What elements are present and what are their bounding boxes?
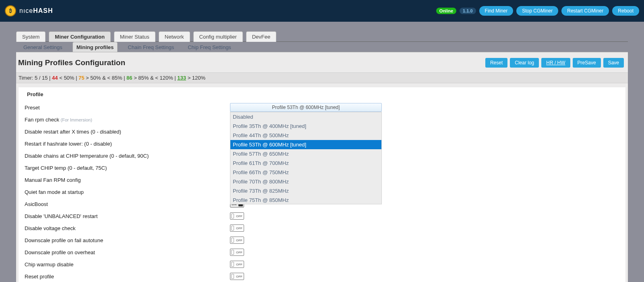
secondary-tabbar: General Settings Mining profiles Chain F… bbox=[0, 42, 644, 52]
preset-select[interactable]: Profile 53Th @ 600MHz [tuned] bbox=[230, 103, 382, 112]
logo-icon: ₿ bbox=[5, 5, 16, 16]
timer-val-4[interactable]: 133 bbox=[177, 75, 186, 81]
profile-legend: Profile bbox=[27, 91, 619, 97]
preset-dropdown-list[interactable]: Disabled Profile 35Th @ 400MHz [tuned] P… bbox=[230, 112, 382, 204]
timer-val-3: 86 bbox=[126, 75, 132, 81]
save-button[interactable]: Save bbox=[603, 58, 624, 68]
disable-unbalanced-label: Disable 'UNBALANCED' restart bbox=[25, 213, 230, 219]
action-button-row: Reset Clear log HR / HW PreSave Save bbox=[485, 58, 624, 68]
tab-miner-status[interactable]: Miner Status bbox=[114, 31, 155, 42]
preset-option-selected[interactable]: Profile 53Th @ 600MHz [tuned] bbox=[230, 140, 381, 149]
clear-log-button[interactable]: Clear log bbox=[510, 58, 539, 68]
topbar: ₿ nıceHASH Online 1.1.0 Find Miner Stop … bbox=[0, 0, 644, 22]
downscale-overheat-toggle[interactable]: OFF bbox=[230, 249, 244, 256]
fan-rpm-check-label: Fan rpm check (For Immersion) bbox=[25, 117, 230, 123]
subtab-general-settings[interactable]: General Settings bbox=[20, 42, 66, 52]
preset-option[interactable]: Profile 61Th @ 700MHz bbox=[230, 158, 381, 168]
timer-row: Timer: 5 / 15 | 44 < 50% | 75 > 50% & < … bbox=[16, 72, 628, 83]
reset-profile-label: Reset profile bbox=[25, 274, 230, 280]
quiet-fan-mode-label: Quiet fan mode at startup bbox=[25, 189, 230, 195]
preset-option[interactable]: Profile 35Th @ 400MHz [tuned] bbox=[230, 121, 381, 131]
downscale-autotune-toggle[interactable]: OFF bbox=[230, 237, 244, 244]
preset-option[interactable]: Profile 73Th @ 825MHz bbox=[230, 186, 381, 196]
presave-button[interactable]: PreSave bbox=[573, 58, 601, 68]
header-row: Mining Profiles Configuration Reset Clea… bbox=[16, 52, 628, 72]
chip-warmup-disable-toggle[interactable]: OFF bbox=[230, 261, 244, 268]
downscale-autotune-label: Downscale profile on fail autotune bbox=[25, 237, 230, 243]
target-chip-temp-label: Target CHIP temp (0 - default, 75C) bbox=[25, 165, 230, 171]
preset-option[interactable]: Disabled bbox=[230, 112, 381, 121]
version-badge: 1.1.0 bbox=[460, 8, 476, 14]
restart-if-hashrate-label: Restart if hashrate lower: (0 - disable) bbox=[25, 141, 230, 147]
disable-voltage-check-label: Disable voltage check bbox=[25, 225, 230, 231]
preset-option[interactable]: Profile 75Th @ 850MHz bbox=[230, 196, 381, 205]
hr-hw-button[interactable]: HR / HW bbox=[541, 58, 570, 68]
logo-text: nıceHASH bbox=[19, 7, 53, 14]
subtab-chip-freq[interactable]: Chip Freq Settings bbox=[184, 42, 235, 52]
asic-boost-label: AsicBoost bbox=[25, 201, 230, 207]
preset-option[interactable]: Profile 66Th @ 750MHz bbox=[230, 168, 381, 177]
content-panel: Mining Profiles Configuration Reset Clea… bbox=[16, 52, 628, 282]
tab-miner-configuration[interactable]: Miner Configuration bbox=[49, 31, 111, 42]
disable-voltage-check-toggle[interactable]: OFF bbox=[230, 224, 244, 232]
reboot-button[interactable]: Reboot bbox=[612, 6, 639, 16]
preset-label: Preset bbox=[25, 105, 230, 111]
find-miner-button[interactable]: Find Miner bbox=[479, 6, 514, 16]
disable-chains-chip-temp-label: Disable chains at CHIP temperature (0 - … bbox=[25, 153, 230, 159]
tab-system[interactable]: System bbox=[16, 31, 46, 42]
disable-restart-x-label: Disable restart after X times (0 - disab… bbox=[25, 129, 230, 135]
timer-val-1: 44 bbox=[52, 75, 58, 81]
subtab-mining-profiles[interactable]: Mining profiles bbox=[72, 42, 118, 52]
timer-val-2: 75 bbox=[79, 75, 84, 81]
chip-warmup-disable-label: Chip warmup disable bbox=[25, 261, 230, 268]
tab-network[interactable]: Network bbox=[159, 31, 190, 42]
tab-devfee[interactable]: DevFee bbox=[246, 31, 277, 42]
preset-option[interactable]: Profile 57Th @ 650MHz bbox=[230, 149, 381, 158]
logo: ₿ nıceHASH bbox=[5, 5, 53, 16]
form-area: Profile Preset Profile 53Th @ 600MHz [tu… bbox=[19, 87, 625, 282]
manual-fan-rpm-label: Manual Fan RPM config bbox=[25, 177, 230, 183]
disable-unbalanced-toggle[interactable]: OFF bbox=[230, 212, 244, 220]
restart-cgminer-button[interactable]: Restart CGMiner bbox=[561, 6, 609, 16]
preset-option[interactable]: Profile 44Th @ 500MHz bbox=[230, 131, 381, 140]
reset-profile-toggle[interactable]: OFF bbox=[230, 273, 244, 280]
page-title: Mining Profiles Configuration bbox=[18, 58, 125, 67]
reset-button[interactable]: Reset bbox=[485, 58, 507, 68]
tab-config-multiplier[interactable]: Config multiplier bbox=[193, 31, 243, 42]
topbar-right: Online 1.1.0 Find Miner Stop CGMiner Res… bbox=[436, 6, 639, 16]
downscale-overheat-label: Downscale profile on overheat bbox=[25, 249, 230, 255]
primary-tabbar: System Miner Configuration Miner Status … bbox=[0, 31, 644, 42]
preset-option[interactable]: Profile 70Th @ 800MHz bbox=[230, 177, 381, 186]
status-online-badge: Online bbox=[436, 8, 456, 14]
subtab-chain-freq[interactable]: Chain Freq Settings bbox=[124, 42, 178, 52]
stop-cgminer-button[interactable]: Stop CGMiner bbox=[516, 6, 558, 16]
